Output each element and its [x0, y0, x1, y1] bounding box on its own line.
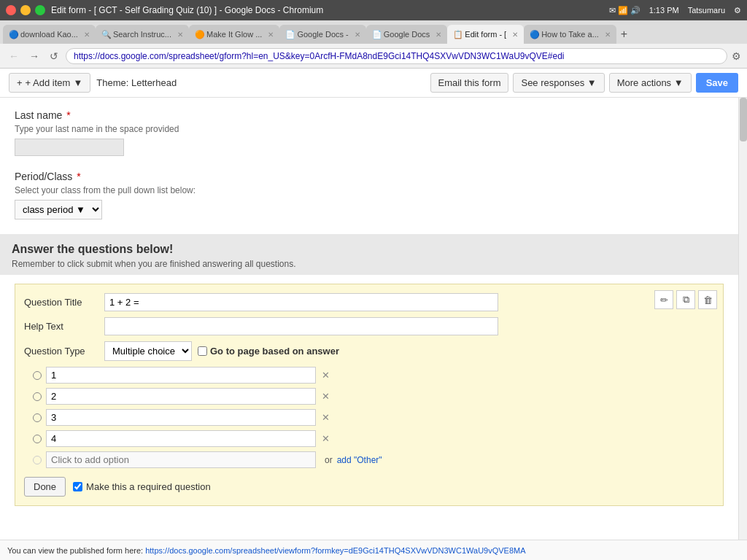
option-x-3[interactable]: ✕ — [322, 412, 330, 423]
radio-3[interactable] — [33, 413, 42, 422]
tab-download[interactable]: 🔵 download Kao... ✕ — [3, 25, 96, 44]
theme-button[interactable]: Theme: Letterhead — [96, 77, 177, 88]
required-checkbox[interactable] — [73, 482, 82, 491]
address-bar: ← → ↺ ⚙ — [0, 44, 747, 69]
last-name-required: * — [63, 109, 70, 121]
delete-icon-button[interactable]: 🗑 — [698, 290, 717, 309]
close-btn[interactable] — [6, 5, 16, 15]
tab-close-1[interactable]: ✕ — [84, 31, 90, 39]
tab-search[interactable]: 🔍 Search Instruc... ✕ — [96, 25, 189, 44]
question-type-label: Question Type — [24, 346, 104, 357]
email-form-label: Email this form — [438, 77, 501, 88]
tab-close-5[interactable]: ✕ — [436, 31, 441, 39]
tab-close-3[interactable]: ✕ — [268, 31, 274, 39]
required-checkbox-label[interactable]: Make this a required question — [73, 481, 211, 492]
back-button[interactable]: ← — [6, 49, 22, 63]
question-type-select[interactable]: Multiple choice — [104, 341, 192, 361]
option-input-1[interactable] — [46, 367, 316, 384]
docs-toolbar: + + Add item ▼ Theme: Letterhead Email t… — [0, 69, 747, 98]
tab-gdocs1[interactable]: 📄 Google Docs - ✕ — [279, 25, 365, 44]
see-responses-label: See responses — [521, 77, 584, 88]
goto-page-checkbox[interactable] — [198, 346, 207, 356]
done-row: Done Make this a required question — [24, 477, 714, 497]
tab-glow[interactable]: 🟠 Make It Glow ... ✕ — [189, 25, 279, 44]
question-title-row: Question Title — [24, 293, 714, 311]
title-bar: Edit form - [ GCT - Self Grading Quiz (1… — [0, 0, 747, 20]
editor-icons: ✏ ⧉ 🗑 — [654, 290, 717, 309]
copy-icon-button[interactable]: ⧉ — [676, 290, 695, 309]
option-row-1: ✕ — [33, 367, 714, 384]
copy-icon: ⧉ — [683, 294, 689, 306]
save-button[interactable]: Save — [696, 73, 738, 93]
option-x-4[interactable]: ✕ — [322, 433, 330, 444]
main-content: Last name * Type your last name in the s… — [0, 98, 738, 540]
published-form-link[interactable]: https://docs.google.com/spreadsheet/view… — [145, 546, 525, 555]
option-x-1[interactable]: ✕ — [322, 370, 330, 381]
maximize-btn[interactable] — [35, 5, 45, 15]
scrollbar-thumb[interactable] — [740, 98, 747, 141]
reload-button[interactable]: ↺ — [47, 49, 61, 63]
tab-bar: 🔵 download Kao... ✕ 🔍 Search Instruc... … — [0, 20, 747, 44]
more-actions-button[interactable]: More actions ▼ — [609, 73, 692, 93]
status-bar: You can view the published form here: ht… — [0, 540, 747, 560]
pencil-icon: ✏ — [660, 295, 668, 306]
tab-label-3: Make It Glow ... — [206, 30, 262, 39]
question-title-input[interactable] — [104, 293, 498, 311]
see-responses-button[interactable]: See responses ▼ — [513, 73, 604, 93]
last-name-input-preview — [15, 139, 124, 156]
option-input-3[interactable] — [46, 409, 316, 426]
tab-editform[interactable]: 📋 Edit form - [ ✕ — [447, 25, 524, 44]
trash-icon: 🗑 — [703, 295, 713, 306]
click-to-add-input[interactable] — [46, 451, 316, 468]
done-button[interactable]: Done — [24, 477, 66, 497]
email-form-button[interactable]: Email this form — [430, 73, 509, 93]
tab-label-7: How to Take a... — [541, 30, 599, 39]
tab-gdocs2[interactable]: 📄 Google Docs ✕ — [366, 25, 448, 44]
tab-label-1: download Kao... — [20, 30, 78, 39]
radio-4[interactable] — [33, 435, 42, 443]
status-icons: ✉ 📶 🔊 — [609, 6, 640, 15]
tab-close-4[interactable]: ✕ — [355, 31, 360, 39]
answer-header: Answer the questions below! Remember to … — [0, 234, 738, 275]
more-actions-chevron: ▼ — [674, 77, 684, 88]
answer-header-subtext: Remember to click submit when you are fi… — [12, 259, 727, 269]
edit-icon-button[interactable]: ✏ — [654, 290, 673, 309]
tab-close-2[interactable]: ✕ — [177, 31, 183, 39]
add-item-label: + Add item — [26, 77, 71, 88]
period-class-hint: Select your class from the pull down lis… — [15, 185, 724, 195]
url-input[interactable] — [66, 48, 727, 64]
settings-icon[interactable]: ⚙ — [734, 6, 741, 15]
tab-favicon-5: 📄 — [372, 30, 381, 39]
minimize-btn[interactable] — [20, 5, 31, 15]
title-bar-right: ✉ 📶 🔊 1:13 PM Tatsumaru ⚙ — [609, 6, 741, 15]
question-type-row: Question Type Multiple choice Go to page… — [24, 341, 714, 361]
option-input-2[interactable] — [46, 388, 316, 405]
question-editor: ✏ ⧉ 🗑 Question Title Help Text — [15, 284, 724, 506]
forward-button[interactable]: → — [26, 49, 42, 63]
option-x-2[interactable]: ✕ — [322, 391, 330, 402]
option-row-2: ✕ — [33, 388, 714, 405]
period-class-select[interactable]: class period ▼ — [15, 200, 102, 219]
time: 1:13 PM — [649, 6, 679, 15]
radio-add — [33, 456, 42, 464]
period-class-required: * — [74, 171, 80, 182]
tab-howto[interactable]: 🔵 How to Take a... ✕ — [524, 25, 616, 44]
add-item-button[interactable]: + + Add item ▼ — [9, 73, 90, 93]
answer-header-title: Answer the questions below! — [12, 243, 727, 256]
tab-close-7[interactable]: ✕ — [605, 31, 611, 39]
add-other-link[interactable]: add "Other" — [337, 455, 382, 465]
option-row-4: ✕ — [33, 430, 714, 447]
radio-1[interactable] — [33, 371, 42, 380]
browser-settings-icon[interactable]: ⚙ — [732, 50, 741, 62]
tab-close-6[interactable]: ✕ — [512, 31, 518, 39]
required-label: Make this a required question — [86, 481, 211, 492]
add-option-row: or add "Other" — [33, 451, 714, 468]
goto-page-label: Go to page based on answer — [210, 346, 339, 357]
new-tab-button[interactable]: + — [616, 25, 632, 44]
help-text-input[interactable] — [104, 317, 498, 335]
tab-label-4: Google Docs - — [297, 30, 348, 39]
last-name-label: Last name * — [15, 109, 724, 121]
period-class-label: Period/Class * — [15, 171, 724, 182]
radio-2[interactable] — [33, 392, 42, 401]
option-input-4[interactable] — [46, 430, 316, 447]
